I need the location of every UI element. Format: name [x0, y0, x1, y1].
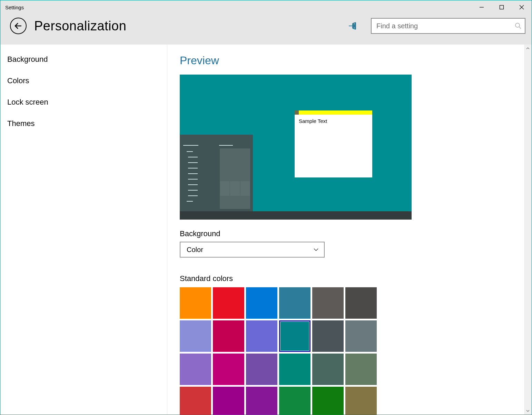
- sidebar-item-label: Background: [7, 55, 48, 64]
- maximize-button[interactable]: [492, 0, 512, 14]
- color-swatch[interactable]: [180, 287, 211, 319]
- sidebar-item-label: Colors: [7, 76, 29, 85]
- sidebar-item-label: Themes: [7, 119, 35, 128]
- background-dropdown[interactable]: Color: [180, 242, 325, 258]
- color-swatch[interactable]: [279, 354, 311, 385]
- color-swatch[interactable]: [279, 320, 311, 352]
- color-swatch[interactable]: [279, 387, 311, 415]
- color-swatch[interactable]: [246, 354, 277, 385]
- color-swatch[interactable]: [345, 320, 377, 352]
- pin-icon[interactable]: [348, 21, 358, 31]
- content: Preview: [167, 45, 524, 415]
- color-swatch[interactable]: [345, 287, 377, 319]
- sidebar: Background Colors Lock screen Themes: [0, 45, 167, 415]
- color-swatch[interactable]: [246, 387, 277, 415]
- window-title: Settings: [0, 4, 24, 10]
- standard-colors-label: Standard colors: [180, 274, 516, 283]
- search-input[interactable]: [371, 18, 525, 34]
- color-swatch[interactable]: [312, 320, 344, 352]
- preview-sample-text: Sample Text: [295, 115, 372, 127]
- scroll-up-button[interactable]: [524, 45, 532, 52]
- background-dropdown-value: Color: [187, 246, 203, 254]
- color-swatch-grid: [180, 287, 380, 415]
- vertical-scrollbar[interactable]: [524, 45, 532, 415]
- preview-taskbar: [180, 211, 412, 220]
- color-swatch[interactable]: [213, 387, 244, 415]
- sidebar-item-lock-screen[interactable]: Lock screen: [0, 91, 167, 113]
- color-swatch[interactable]: [213, 287, 244, 319]
- preview-heading: Preview: [180, 54, 516, 67]
- header: Personalization: [0, 14, 532, 45]
- sidebar-item-colors[interactable]: Colors: [0, 70, 167, 91]
- color-swatch[interactable]: [180, 387, 211, 415]
- titlebar: Settings: [0, 0, 532, 14]
- sidebar-item-themes[interactable]: Themes: [0, 113, 167, 134]
- color-swatch[interactable]: [279, 287, 311, 319]
- sidebar-item-background[interactable]: Background: [0, 49, 167, 70]
- close-button[interactable]: [512, 0, 532, 14]
- preview-start-menu: [180, 135, 253, 211]
- back-button[interactable]: [10, 18, 27, 34]
- sidebar-item-label: Lock screen: [7, 98, 48, 106]
- svg-line-12: [519, 27, 521, 29]
- color-swatch[interactable]: [246, 287, 277, 319]
- color-swatch[interactable]: [180, 320, 211, 352]
- background-label: Background: [180, 229, 516, 238]
- color-swatch[interactable]: [312, 287, 344, 319]
- color-swatch[interactable]: [345, 354, 377, 385]
- color-swatch[interactable]: [345, 387, 377, 415]
- color-swatch[interactable]: [312, 354, 344, 385]
- page-title: Personalization: [34, 19, 126, 33]
- svg-rect-1: [500, 6, 504, 9]
- svg-point-11: [515, 23, 520, 27]
- preview-sample-window: Sample Text: [295, 110, 372, 177]
- minimize-button[interactable]: [472, 0, 492, 14]
- search-field[interactable]: [371, 18, 525, 34]
- color-swatch[interactable]: [213, 354, 244, 385]
- chevron-down-icon: [313, 247, 319, 253]
- desktop-preview: Sample Text: [180, 75, 412, 220]
- color-swatch[interactable]: [180, 354, 211, 385]
- scroll-down-button[interactable]: [524, 407, 532, 415]
- search-icon: [514, 22, 522, 30]
- color-swatch[interactable]: [246, 320, 277, 352]
- color-swatch[interactable]: [213, 320, 244, 352]
- color-swatch[interactable]: [312, 387, 344, 415]
